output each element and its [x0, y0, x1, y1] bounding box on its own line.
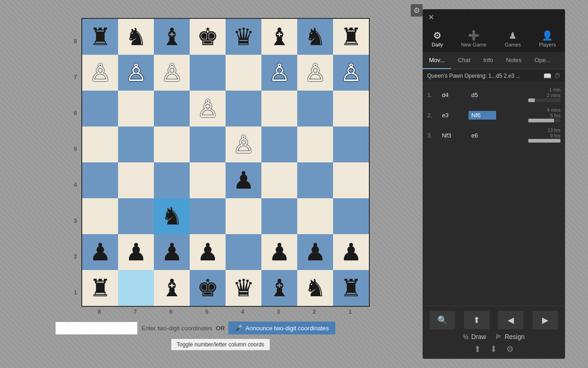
square-c8[interactable]: ♝ [154, 19, 190, 55]
square-b8[interactable]: ♞ [118, 19, 154, 55]
extra-share-button[interactable]: ⬆ [474, 344, 481, 354]
move-black-3[interactable]: e6 [469, 131, 496, 140]
sub-tab-opening[interactable]: Ope... [528, 52, 557, 69]
share-button[interactable]: ⬆ [464, 311, 490, 329]
square-g2[interactable]: ♟ [297, 234, 333, 270]
tab-new-game[interactable]: ➕ New Game [457, 27, 491, 50]
square-h1[interactable]: ♜ [333, 270, 369, 306]
next-button[interactable]: ▶ [532, 311, 558, 329]
resign-button[interactable]: 🏳 Resign [495, 333, 525, 340]
square-d4[interactable] [190, 162, 226, 198]
square-c5[interactable] [154, 126, 190, 162]
square-g7[interactable]: ♙ [297, 55, 333, 91]
square-e8[interactable]: ♛ [226, 19, 261, 55]
square-h4[interactable] [333, 162, 369, 198]
square-h5[interactable] [333, 126, 369, 162]
extra-gear-button[interactable]: ⚙ [506, 344, 514, 354]
square-d3[interactable] [190, 198, 226, 234]
clock-icon[interactable]: ⏱ [554, 72, 560, 80]
move-white-3[interactable]: Nf3 [439, 131, 467, 140]
sub-tab-info[interactable]: Info [477, 52, 500, 69]
square-d6[interactable]: ♙ [190, 91, 226, 126]
square-b2[interactable]: ♟ [118, 234, 154, 270]
square-b7[interactable]: ♙ [118, 55, 154, 91]
tab-players[interactable]: 👤 Players [534, 27, 560, 50]
square-a5[interactable] [82, 126, 118, 162]
announce-button[interactable]: 🎤 Announce two-digit coordinates [228, 322, 335, 334]
square-d8[interactable]: ♚ [190, 19, 226, 55]
square-e7[interactable] [226, 55, 261, 91]
square-e6[interactable] [226, 91, 261, 126]
square-c6[interactable] [154, 91, 190, 126]
square-h8[interactable]: ♜ [333, 19, 369, 55]
tab-games[interactable]: ♟ Games [500, 27, 525, 50]
square-h2[interactable]: ♟ [333, 234, 369, 270]
toggle-coords-button[interactable]: Toggle number/letter column coords [171, 339, 271, 351]
square-d1[interactable]: ♚ [190, 270, 226, 306]
search-button[interactable]: 🔍 [430, 311, 455, 329]
board-settings-button[interactable]: ⚙ [411, 4, 423, 17]
square-e3[interactable] [226, 198, 261, 234]
square-h7[interactable]: ♙ [333, 55, 369, 91]
sub-tab-notes[interactable]: Notes [500, 52, 528, 69]
square-e2[interactable] [226, 234, 261, 270]
square-b3[interactable] [118, 198, 154, 234]
square-f2[interactable]: ♟ [261, 234, 297, 270]
file-label-5: 5 [189, 308, 225, 316]
square-c1[interactable]: ♝ [154, 270, 190, 306]
square-g8[interactable]: ♞ [297, 19, 333, 55]
square-f1[interactable]: ♝ [261, 270, 297, 306]
top-toolbar: ✕ [423, 9, 565, 25]
coord-input[interactable] [55, 322, 138, 335]
extra-download-button[interactable]: ⬇ [490, 344, 497, 354]
square-g3[interactable] [297, 198, 333, 234]
square-f3[interactable] [261, 198, 297, 234]
square-a7[interactable]: ♙ [82, 55, 118, 91]
square-b5[interactable] [118, 126, 154, 162]
square-e4[interactable]: ♟ [226, 162, 261, 198]
square-e1[interactable]: ♛ [226, 270, 261, 306]
square-c7[interactable]: ♙ [154, 55, 190, 91]
tab-daily[interactable]: ⚙ Daily [427, 27, 447, 50]
square-f4[interactable] [261, 162, 297, 198]
square-g5[interactable] [297, 126, 333, 162]
close-button[interactable]: ✕ [426, 11, 436, 23]
chessboard[interactable]: ♜ ♞ ♝ ♚ ♛ ♝ ♞ ♜ ♙ ♙ ♙ ♙ [81, 18, 370, 307]
square-e5[interactable]: ♙ [226, 126, 261, 162]
square-h3[interactable] [333, 198, 369, 234]
draw-button[interactable]: ½ Draw [463, 333, 486, 340]
square-a2[interactable]: ♟ [82, 234, 118, 270]
prev-button[interactable]: ◀ [498, 311, 524, 329]
square-f5[interactable] [261, 126, 297, 162]
move-black-1[interactable]: d5 [469, 91, 496, 99]
square-a4[interactable] [82, 162, 118, 198]
square-h6[interactable] [333, 91, 369, 126]
square-g6[interactable] [297, 91, 333, 126]
square-a3[interactable] [82, 198, 118, 234]
sub-tab-chat[interactable]: Chat [451, 52, 476, 69]
square-g1[interactable]: ♞ [297, 270, 333, 306]
sub-tab-moves[interactable]: Mov... [423, 52, 451, 69]
move-white-2[interactable]: e3 [439, 111, 467, 120]
square-f6[interactable] [261, 91, 297, 126]
rank-label-8: 8 [71, 23, 79, 59]
square-d2[interactable]: ♟ [190, 234, 226, 270]
square-b1-highlight[interactable] [118, 270, 154, 306]
square-c2[interactable]: ♟ [154, 234, 190, 270]
square-d5[interactable] [190, 126, 226, 162]
square-a8[interactable]: ♜ [82, 19, 118, 55]
file-label-3: 3 [260, 308, 296, 316]
square-a6[interactable] [82, 91, 118, 126]
square-c4[interactable] [154, 162, 190, 198]
move-white-1[interactable]: d4 [439, 91, 467, 99]
square-g4[interactable] [297, 162, 333, 198]
square-c3-highlight[interactable]: ♞ [154, 198, 190, 234]
square-b6[interactable] [118, 91, 154, 126]
book-icon[interactable]: 📖 [543, 72, 551, 80]
square-a1[interactable]: ♜ [82, 270, 118, 306]
square-b4[interactable] [118, 162, 154, 198]
square-f7[interactable]: ♙ [261, 55, 297, 91]
move-black-2[interactable]: Nf6 [469, 111, 496, 120]
square-f8[interactable]: ♝ [261, 19, 297, 55]
square-d7[interactable] [190, 55, 226, 91]
